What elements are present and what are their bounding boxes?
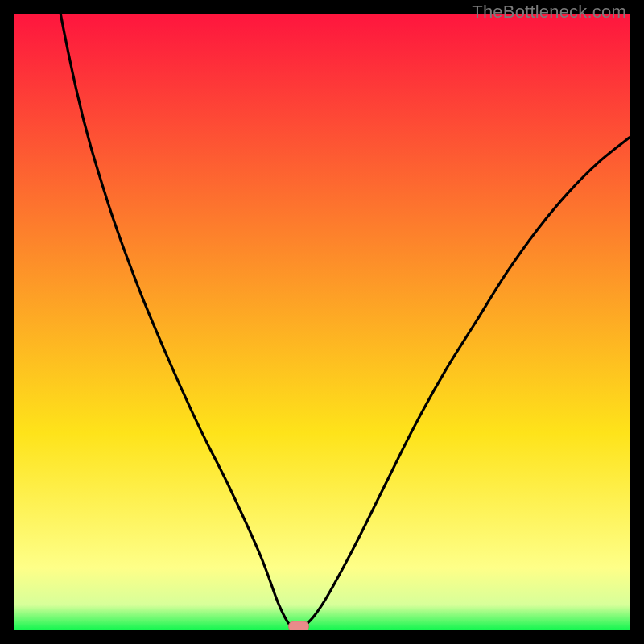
bottleneck-chart <box>14 14 630 630</box>
gradient-background <box>14 14 630 630</box>
chart-frame <box>14 14 630 630</box>
minimum-marker <box>288 621 308 630</box>
watermark-text: TheBottleneck.com <box>472 2 626 23</box>
